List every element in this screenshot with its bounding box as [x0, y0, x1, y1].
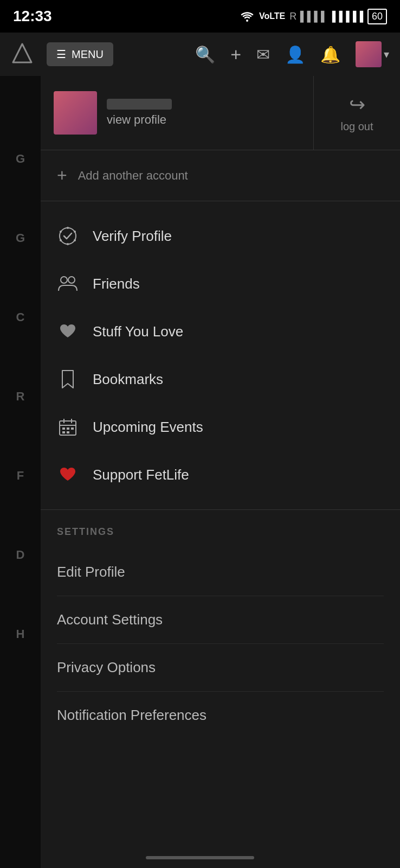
stuff-you-love-label: Stuff You Love [93, 323, 183, 340]
menu-label: MENU [72, 48, 104, 61]
calendar-icon [57, 416, 79, 438]
menu-list: Verify Profile Friends Stuff You Love [41, 201, 400, 510]
settings-edit-profile[interactable]: Edit Profile [57, 548, 384, 596]
profile-section: view profile ↪ log out [41, 76, 400, 150]
wifi-icon [240, 10, 255, 22]
messages-icon[interactable]: ✉ [256, 45, 270, 64]
svg-rect-18 [62, 431, 65, 433]
profile-left[interactable]: view profile [41, 76, 313, 150]
bookmark-icon [57, 368, 79, 390]
add-account-row[interactable]: + Add another account [41, 150, 400, 201]
settings-account-settings[interactable]: Account Settings [57, 596, 384, 644]
account-settings-label: Account Settings [57, 611, 163, 628]
svg-rect-16 [67, 427, 69, 430]
logout-label: log out [340, 120, 373, 133]
drawer-menu: view profile ↪ log out + Add another acc… [41, 76, 400, 868]
sidebar-letter-7: H [16, 627, 25, 641]
menu-item-bookmarks[interactable]: Bookmarks [41, 355, 400, 403]
profile-right[interactable]: ↪ log out [313, 76, 400, 150]
search-icon[interactable]: 🔍 [195, 45, 215, 64]
menu-item-verify-profile[interactable]: Verify Profile [41, 212, 400, 260]
svg-rect-15 [62, 427, 65, 430]
svg-point-5 [74, 239, 76, 241]
bookmarks-label: Bookmarks [93, 371, 163, 388]
edit-profile-label: Edit Profile [57, 564, 125, 580]
nav-icons: 🔍 + ✉ 👤 🔔 ▾ [195, 41, 389, 67]
profile-username-blur [107, 99, 172, 110]
svg-point-8 [60, 231, 62, 233]
upcoming-events-label: Upcoming Events [93, 419, 203, 436]
svg-point-9 [61, 277, 67, 283]
svg-point-4 [74, 231, 76, 233]
menu-item-friends[interactable]: Friends [41, 260, 400, 308]
sidebar-letter-4: R [16, 390, 25, 404]
app-logo [11, 42, 34, 67]
svg-rect-19 [67, 431, 69, 433]
svg-point-6 [67, 243, 69, 245]
menu-button[interactable]: ☰ MENU [47, 42, 113, 66]
logout-icon: ↪ [349, 93, 365, 116]
signal-r-icon: R▐▐▐▐ [289, 11, 324, 22]
settings-notification-preferences[interactable]: Notification Preferences [57, 692, 384, 739]
profile-info: view profile [107, 99, 172, 127]
profile-avatar [54, 91, 97, 135]
avatar-dropdown-arrow: ▾ [384, 48, 389, 61]
sidebar-letters: G G C R F D H [0, 0, 41, 868]
volte-icon: VoLTE [259, 11, 285, 21]
friends-icon [57, 273, 79, 295]
battery-icon: 60 [367, 9, 387, 24]
support-fetlife-label: Support FetLife [93, 467, 189, 483]
notification-preferences-label: Notification Preferences [57, 707, 207, 723]
nav-bar: ☰ MENU 🔍 + ✉ 👤 🔔 ▾ [0, 33, 400, 76]
svg-point-10 [68, 277, 75, 283]
friends-label: Friends [93, 276, 140, 292]
svg-point-2 [60, 228, 76, 244]
menu-item-stuff-you-love[interactable]: Stuff You Love [41, 308, 400, 355]
privacy-options-label: Privacy Options [57, 659, 156, 675]
verify-profile-label: Verify Profile [93, 228, 172, 245]
menu-lines-icon: ☰ [56, 48, 66, 61]
home-indicator [146, 856, 254, 859]
settings-section: SETTINGS Edit Profile Account Settings P… [41, 510, 400, 739]
status-time: 12:33 [13, 8, 52, 25]
svg-point-3 [67, 227, 69, 229]
add-account-icon: + [57, 165, 67, 186]
profile-icon[interactable]: 👤 [285, 45, 305, 64]
status-bar: 12:33 VoLTE R▐▐▐▐ ▐▐▐▐▐ 60 [0, 0, 400, 33]
sidebar-letter-3: C [16, 310, 25, 324]
user-avatar-nav[interactable]: ▾ [356, 41, 389, 67]
add-account-label: Add another account [78, 169, 188, 183]
menu-item-support-fetlife[interactable]: Support FetLife [41, 451, 400, 499]
signal-icon: ▐▐▐▐▐ [328, 11, 363, 22]
sidebar-letter-6: D [16, 548, 25, 562]
verify-icon [57, 225, 79, 247]
settings-header: SETTINGS [57, 521, 384, 543]
svg-point-7 [60, 239, 62, 241]
heart-red-icon [57, 464, 79, 486]
svg-rect-17 [71, 427, 74, 430]
view-profile-link[interactable]: view profile [107, 113, 172, 127]
add-icon[interactable]: + [230, 44, 241, 65]
sidebar-letter-1: G [16, 152, 25, 166]
sidebar-letter-5: F [17, 469, 24, 483]
heart-gray-icon [57, 321, 79, 342]
svg-marker-1 [13, 44, 31, 62]
user-avatar-img [356, 41, 382, 67]
menu-item-upcoming-events[interactable]: Upcoming Events [41, 403, 400, 451]
svg-point-0 [246, 20, 248, 22]
settings-privacy-options[interactable]: Privacy Options [57, 644, 384, 692]
sidebar-letter-2: G [16, 231, 25, 245]
notifications-icon[interactable]: 🔔 [320, 45, 340, 64]
status-icons: VoLTE R▐▐▐▐ ▐▐▐▐▐ 60 [240, 9, 387, 24]
